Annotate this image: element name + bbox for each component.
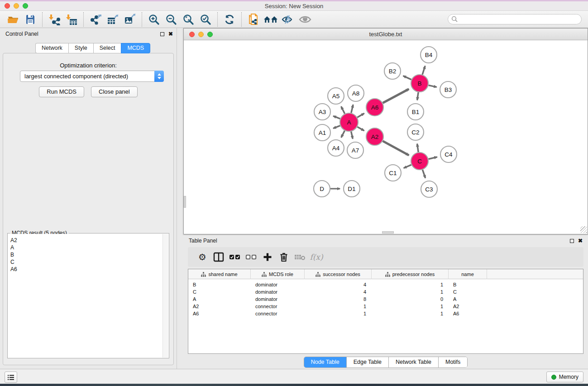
- run-mcds-button[interactable]: Run MCDS: [39, 86, 84, 97]
- cell-successor-nodes[interactable]: 8: [305, 296, 372, 302]
- network-graph[interactable]: B4B2BB3A8A5A6A3B1AC2A1A2A4A7C4CC1C3DD1: [184, 40, 588, 234]
- edge-A-A1[interactable]: [333, 126, 340, 129]
- table-row[interactable]: A6connector11A6: [188, 310, 583, 317]
- show-task-history-button[interactable]: [5, 372, 17, 383]
- memory-button[interactable]: Memory: [546, 372, 583, 382]
- column-header-MCDS-role[interactable]: MCDS role: [251, 269, 305, 279]
- cell-predecessor-nodes[interactable]: 1: [372, 304, 449, 309]
- mcds-result-item[interactable]: B: [8, 251, 163, 258]
- network-canvas[interactable]: B4B2BB3A8A5A6A3B1AC2A1A2A4A7C4CC1C3DD1: [184, 40, 588, 234]
- horizontal-scroll-handle[interactable]: [382, 231, 394, 234]
- zoom-out-button[interactable]: [163, 12, 180, 27]
- edge-C-C4[interactable]: [428, 157, 437, 159]
- cell-name[interactable]: B: [449, 282, 487, 287]
- cell-predecessor-nodes[interactable]: 0: [372, 296, 449, 302]
- table-row[interactable]: A2connector11A2: [188, 303, 583, 310]
- tab-select[interactable]: Select: [93, 43, 121, 53]
- resize-grip-icon[interactable]: [580, 226, 587, 233]
- cell-successor-nodes[interactable]: 4: [305, 282, 372, 287]
- tab-node-table[interactable]: Node Table: [304, 357, 347, 367]
- tab-edge-table[interactable]: Edge Table: [347, 357, 389, 367]
- cell-shared-name[interactable]: B: [188, 282, 251, 287]
- column-header-shared-name[interactable]: shared name: [188, 269, 251, 279]
- select-all-columns-button[interactable]: [227, 249, 243, 265]
- cell-MCDS-role[interactable]: connector: [251, 311, 305, 316]
- edge-A-A5[interactable]: [341, 106, 345, 114]
- cell-predecessor-nodes[interactable]: 1: [372, 282, 449, 287]
- edge-A-A6[interactable]: [357, 114, 364, 118]
- open-session-button[interactable]: [5, 12, 22, 27]
- mcds-result-item[interactable]: A: [8, 244, 163, 251]
- mcds-result-item[interactable]: A2: [8, 237, 163, 244]
- edge-C-C1[interactable]: [404, 165, 411, 168]
- cell-MCDS-role[interactable]: dominator: [251, 289, 305, 295]
- edge-A6-B[interactable]: [383, 89, 409, 103]
- cell-successor-nodes[interactable]: 1: [305, 311, 372, 316]
- cell-MCDS-role[interactable]: dominator: [251, 282, 305, 287]
- tab-style[interactable]: Style: [68, 43, 93, 53]
- cell-shared-name[interactable]: A6: [188, 311, 251, 316]
- tab-motifs[interactable]: Motifs: [439, 357, 467, 367]
- create-column-button[interactable]: [259, 249, 276, 265]
- edge-B-B1[interactable]: [417, 92, 418, 100]
- edge-C-C2[interactable]: [417, 144, 419, 152]
- edge-A-A4[interactable]: [341, 131, 345, 138]
- cell-name[interactable]: C: [449, 289, 487, 295]
- search-input[interactable]: [448, 14, 582, 24]
- cell-MCDS-role[interactable]: connector: [251, 304, 305, 309]
- column-header-successor-nodes[interactable]: successor nodes: [305, 269, 372, 279]
- column-header-name[interactable]: name: [449, 269, 487, 279]
- cell-MCDS-role[interactable]: dominator: [251, 296, 305, 302]
- cell-shared-name[interactable]: A2: [188, 304, 251, 309]
- apply-layout-button[interactable]: [221, 12, 238, 27]
- zoom-selected-button[interactable]: [197, 12, 214, 27]
- zoom-fit-button[interactable]: [180, 12, 197, 27]
- tab-network[interactable]: Network: [35, 43, 68, 53]
- edge-B-B3[interactable]: [429, 85, 437, 87]
- cell-name[interactable]: A6: [449, 311, 487, 316]
- delete-table-button[interactable]: [292, 249, 308, 265]
- zoom-in-button[interactable]: [145, 12, 163, 27]
- import-network-button[interactable]: [46, 12, 63, 27]
- edge-A-A7[interactable]: [351, 131, 353, 138]
- result-scrollbar[interactable]: [163, 234, 168, 357]
- float-table-panel-icon[interactable]: [570, 239, 574, 243]
- vertical-scroll-handle[interactable]: [184, 196, 186, 208]
- edge-C-C3[interactable]: [422, 170, 425, 178]
- save-session-button[interactable]: [22, 12, 39, 27]
- tab-network-table[interactable]: Network Table: [389, 357, 439, 367]
- home-button[interactable]: [262, 12, 279, 27]
- import-table-button[interactable]: [63, 12, 80, 27]
- edge-A2-C[interactable]: [383, 141, 409, 155]
- export-table-button[interactable]: [104, 12, 121, 27]
- tab-mcds[interactable]: MCDS: [121, 43, 150, 53]
- show-graphics-button[interactable]: [296, 12, 314, 27]
- hide-details-button[interactable]: [279, 12, 296, 27]
- edge-A-A2[interactable]: [357, 127, 364, 131]
- network-window-titlebar[interactable]: testGlobe.txt: [184, 29, 588, 40]
- float-panel-icon[interactable]: [160, 32, 164, 36]
- cell-shared-name[interactable]: A: [188, 296, 251, 302]
- table-row[interactable]: Cdominator41C: [188, 288, 583, 295]
- close-table-panel-icon[interactable]: ✖: [578, 238, 583, 243]
- table-settings-button[interactable]: ⚙: [194, 249, 210, 265]
- cell-predecessor-nodes[interactable]: 1: [372, 311, 449, 316]
- export-image-button[interactable]: [121, 12, 139, 27]
- close-panel-icon[interactable]: ✖: [168, 32, 173, 36]
- edge-B-B2[interactable]: [403, 76, 411, 80]
- node-table[interactable]: shared nameMCDS rolesuccessor nodesprede…: [188, 269, 583, 354]
- cell-predecessor-nodes[interactable]: 1: [372, 289, 449, 295]
- mcds-result-list[interactable]: A2ABCA6: [8, 234, 163, 357]
- export-network-button[interactable]: [87, 12, 104, 27]
- table-row[interactable]: Adominator80A: [188, 295, 583, 303]
- function-builder-button[interactable]: f(x): [308, 249, 325, 265]
- cell-name[interactable]: A: [449, 296, 487, 302]
- column-header-predecessor-nodes[interactable]: predecessor nodes: [372, 269, 449, 279]
- show-column-selector-button[interactable]: [210, 249, 227, 265]
- cell-name[interactable]: A2: [449, 304, 487, 309]
- edge-A-A8[interactable]: [351, 105, 353, 113]
- table-row[interactable]: Bdominator41B: [188, 281, 583, 288]
- cell-shared-name[interactable]: C: [188, 289, 251, 295]
- mcds-result-item[interactable]: C: [8, 258, 163, 266]
- criterion-dropdown[interactable]: largest connected component (directed): [20, 71, 164, 82]
